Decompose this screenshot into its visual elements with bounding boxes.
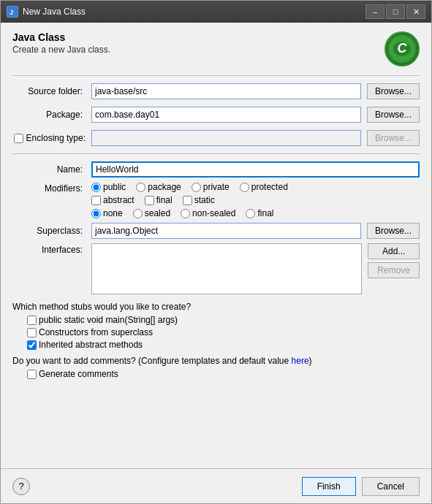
remove-interface-button[interactable]: Remove xyxy=(368,262,420,278)
title-bar-buttons: – □ ✕ xyxy=(365,4,425,19)
add-interface-button[interactable]: Add... xyxy=(368,243,420,259)
package-section: Package: Browse... xyxy=(12,107,420,123)
sealed-modifiers-row: none sealed non-sealed final xyxy=(91,208,420,218)
comments-question-end: ) xyxy=(309,356,312,366)
help-button[interactable]: ? xyxy=(12,478,30,495)
enclosing-type-browse-button[interactable]: Browse... xyxy=(367,130,420,146)
footer-left: ? xyxy=(12,478,30,495)
modifier-final2-label: final xyxy=(257,208,273,218)
maximize-button[interactable]: □ xyxy=(386,4,405,19)
enclosing-type-label: Enclosing type: xyxy=(26,133,86,143)
cancel-button[interactable]: Cancel xyxy=(362,477,420,496)
modifier-private: private xyxy=(192,182,230,192)
enclosing-type-checkbox[interactable] xyxy=(14,134,23,143)
modifier-static: static xyxy=(183,195,215,205)
stubs-section: Which method stubs would you like to cre… xyxy=(12,302,420,350)
comments-section: Do you want to add comments? (Configure … xyxy=(12,356,420,379)
modifier-abstract-label: abstract xyxy=(103,195,134,205)
modifier-final2: final xyxy=(246,208,273,218)
modifier-static-label: static xyxy=(194,195,215,205)
generate-comments: Generate comments xyxy=(27,369,420,379)
section-divider xyxy=(12,153,420,154)
comments-text: Do you want to add comments? (Configure … xyxy=(12,356,420,366)
modifiers-section: Modifiers: public package private xyxy=(12,182,420,218)
dialog-footer: ? Finish Cancel xyxy=(1,468,431,503)
modifier-public-label: public xyxy=(103,182,126,192)
enclosing-type-input[interactable] xyxy=(91,130,361,146)
access-modifiers-row: public package private protected xyxy=(91,182,420,192)
modifier-none: none xyxy=(91,208,123,218)
title-bar: J New Java Class – □ ✕ xyxy=(1,1,431,23)
modifier-abstract: abstract xyxy=(91,195,134,205)
modifier-package: package xyxy=(136,182,181,192)
other-modifiers-row: abstract final static xyxy=(91,195,420,205)
name-section: Name: xyxy=(12,161,420,177)
interfaces-label: Interfaces: xyxy=(12,243,86,255)
modifier-protected-label: protected xyxy=(251,182,288,192)
modifier-final-label: final xyxy=(156,195,173,205)
source-folder-browse-button[interactable]: Browse... xyxy=(367,83,420,99)
enclosing-type-section: Enclosing type: Browse... xyxy=(12,130,420,146)
interface-buttons: Add... Remove xyxy=(368,243,420,278)
dialog-header: Java Class Create a new Java class. C xyxy=(12,31,420,66)
dialog-title: Java Class xyxy=(12,31,110,43)
footer-right: Finish Cancel xyxy=(302,477,420,496)
minimize-button[interactable]: – xyxy=(365,4,384,19)
stub-inherited: Inherited abstract methods xyxy=(27,340,420,350)
stub-main-label: public static void main(String[] args) xyxy=(39,315,178,325)
main-window: J New Java Class – □ ✕ Java Class Create… xyxy=(0,0,432,504)
interfaces-list[interactable] xyxy=(91,243,362,294)
stub-main: public static void main(String[] args) xyxy=(27,315,420,325)
modifier-public: public xyxy=(91,182,126,192)
window-icon: J xyxy=(7,6,18,18)
source-folder-label: Source folder: xyxy=(12,86,86,96)
modifier-final: final xyxy=(145,195,173,205)
superclass-input[interactable] xyxy=(91,223,361,239)
dialog-subtitle: Create a new Java class. xyxy=(12,45,110,55)
svg-text:C: C xyxy=(398,41,408,56)
stub-inherited-label: Inherited abstract methods xyxy=(39,340,143,350)
window-title: New Java Class xyxy=(23,7,361,17)
modifier-protected: protected xyxy=(240,182,288,192)
modifier-none-label: none xyxy=(103,208,123,218)
modifier-private-label: private xyxy=(203,182,230,192)
eclipse-logo: C xyxy=(384,31,420,66)
comments-question: Do you want to add comments? (Configure … xyxy=(12,356,292,366)
svg-text:J: J xyxy=(10,9,13,16)
comments-link[interactable]: here xyxy=(292,356,309,366)
superclass-section: Superclass: Browse... xyxy=(12,223,420,239)
modifier-sealed-label: sealed xyxy=(145,208,170,218)
modifier-non-sealed: non-sealed xyxy=(181,208,235,218)
superclass-label: Superclass: xyxy=(12,226,86,236)
superclass-browse-button[interactable]: Browse... xyxy=(367,223,420,239)
source-folder-input[interactable] xyxy=(91,83,361,99)
interfaces-section: Interfaces: Add... Remove xyxy=(12,243,420,294)
generate-comments-label: Generate comments xyxy=(39,369,118,379)
package-input[interactable] xyxy=(91,107,361,123)
dialog-content: Java Class Create a new Java class. C So… xyxy=(1,23,431,468)
close-button[interactable]: ✕ xyxy=(406,4,425,19)
package-browse-button[interactable]: Browse... xyxy=(367,107,420,123)
stub-constructors-label: Constructors from superclass xyxy=(39,327,153,337)
header-text: Java Class Create a new Java class. xyxy=(12,31,110,55)
modifiers-label: Modifiers: xyxy=(12,182,86,218)
modifiers-content: public package private protected xyxy=(91,182,420,218)
name-input[interactable] xyxy=(91,161,420,177)
finish-button[interactable]: Finish xyxy=(302,477,356,496)
package-label: Package: xyxy=(12,110,86,120)
name-label: Name: xyxy=(12,164,86,175)
comments-checkboxes: Generate comments xyxy=(12,369,420,379)
modifier-sealed: sealed xyxy=(133,208,170,218)
modifier-non-sealed-label: non-sealed xyxy=(192,208,235,218)
header-divider xyxy=(12,75,420,76)
modifier-package-label: package xyxy=(148,182,181,192)
stubs-checkboxes: public static void main(String[] args) C… xyxy=(12,315,420,350)
stubs-title: Which method stubs would you like to cre… xyxy=(12,302,420,312)
source-folder-section: Source folder: Browse... xyxy=(12,83,420,99)
stub-constructors: Constructors from superclass xyxy=(27,327,420,337)
